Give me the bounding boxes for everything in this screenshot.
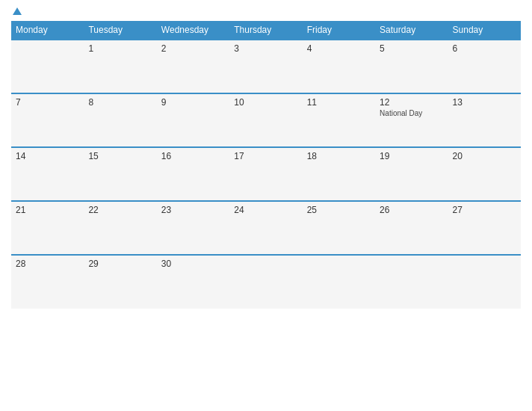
day-number: 7 xyxy=(16,97,79,108)
calendar-cell: 13 xyxy=(448,93,521,147)
calendar-cell: 29 xyxy=(84,255,156,309)
calendar-cell: 9 xyxy=(157,93,229,147)
day-number: 10 xyxy=(234,97,297,108)
week-row-3: 21222324252627 xyxy=(11,201,521,255)
day-number: 8 xyxy=(88,97,152,108)
day-number: 11 xyxy=(307,97,371,108)
day-number: 13 xyxy=(453,97,516,108)
day-number: 21 xyxy=(16,205,79,215)
calendar-cell: 10 xyxy=(229,93,302,147)
calendar-cell: 4 xyxy=(303,40,375,93)
calendar-cell: 5 xyxy=(375,40,448,93)
calendar-cell: 30 xyxy=(157,255,229,309)
calendar-cell: 17 xyxy=(229,147,302,201)
week-row-1: 789101112National Day13 xyxy=(11,93,521,147)
calendar-cell: 18 xyxy=(303,147,375,201)
day-number: 19 xyxy=(380,151,443,161)
day-number: 28 xyxy=(16,259,79,269)
day-number: 15 xyxy=(88,151,152,161)
calendar-table: MondayTuesdayWednesdayThursdayFridaySatu… xyxy=(11,21,521,309)
weekday-header-tuesday: Tuesday xyxy=(84,21,156,40)
calendar-cell: 27 xyxy=(448,201,521,255)
weekday-header-thursday: Thursday xyxy=(229,21,302,40)
day-number: 9 xyxy=(161,97,225,108)
calendar-cell: 2 xyxy=(157,40,229,93)
week-row-0: 123456 xyxy=(11,40,521,93)
calendar-cell: 28 xyxy=(11,255,84,309)
weekday-header-wednesday: Wednesday xyxy=(157,21,229,40)
day-number: 18 xyxy=(307,151,371,161)
calendar-cell: 16 xyxy=(157,147,229,201)
day-number: 25 xyxy=(307,205,371,215)
calendar-cell: 22 xyxy=(84,201,156,255)
calendar-cell: 23 xyxy=(157,201,229,255)
day-number: 5 xyxy=(380,43,443,54)
calendar-cell xyxy=(229,255,302,309)
day-number: 27 xyxy=(453,205,516,215)
calendar-cell: 3 xyxy=(229,40,302,93)
calendar-cell: 26 xyxy=(375,201,448,255)
calendar-cell: 21 xyxy=(11,201,84,255)
day-number: 24 xyxy=(234,205,297,215)
weekday-header-monday: Monday xyxy=(11,21,84,40)
calendar-cell: 1 xyxy=(84,40,156,93)
logo xyxy=(11,7,22,15)
calendar-cell: 14 xyxy=(11,147,84,201)
calendar-cell xyxy=(11,40,84,93)
day-number: 26 xyxy=(380,205,443,215)
day-number: 2 xyxy=(161,43,225,54)
day-number: 12 xyxy=(380,97,443,108)
weekday-header-sunday: Sunday xyxy=(448,21,521,40)
day-number: 29 xyxy=(88,259,152,269)
calendar-cell: 15 xyxy=(84,147,156,201)
day-number: 16 xyxy=(161,151,225,161)
day-number: 30 xyxy=(161,259,225,269)
calendar-cell: 11 xyxy=(303,93,375,147)
day-number: 1 xyxy=(88,43,152,54)
calendar-cell: 20 xyxy=(448,147,521,201)
day-number: 23 xyxy=(161,205,225,215)
calendar-cell xyxy=(303,255,375,309)
day-number: 4 xyxy=(307,43,371,54)
calendar-cell: 8 xyxy=(84,93,156,147)
weekday-header-row: MondayTuesdayWednesdayThursdayFridaySatu… xyxy=(11,21,521,40)
calendar-cell: 6 xyxy=(448,40,521,93)
day-number: 6 xyxy=(453,43,516,54)
logo-triangle-icon xyxy=(13,7,22,15)
day-number: 17 xyxy=(234,151,297,161)
day-number: 20 xyxy=(453,151,516,161)
calendar-cell xyxy=(375,255,448,309)
calendar-cell: 25 xyxy=(303,201,375,255)
week-row-4: 282930 xyxy=(11,255,521,309)
calendar-cell: 12National Day xyxy=(375,93,448,147)
week-row-2: 14151617181920 xyxy=(11,147,521,201)
weekday-header-saturday: Saturday xyxy=(375,21,448,40)
calendar-cell: 7 xyxy=(11,93,84,147)
calendar-header xyxy=(11,7,521,15)
calendar-cell: 24 xyxy=(229,201,302,255)
day-number: 3 xyxy=(234,43,297,54)
holiday-label: National Day xyxy=(380,109,443,117)
calendar-container: MondayTuesdayWednesdayThursdayFridaySatu… xyxy=(0,0,532,411)
calendar-cell: 19 xyxy=(375,147,448,201)
day-number: 22 xyxy=(88,205,152,215)
weekday-header-friday: Friday xyxy=(303,21,375,40)
calendar-cell xyxy=(448,255,521,309)
day-number: 14 xyxy=(16,151,79,161)
